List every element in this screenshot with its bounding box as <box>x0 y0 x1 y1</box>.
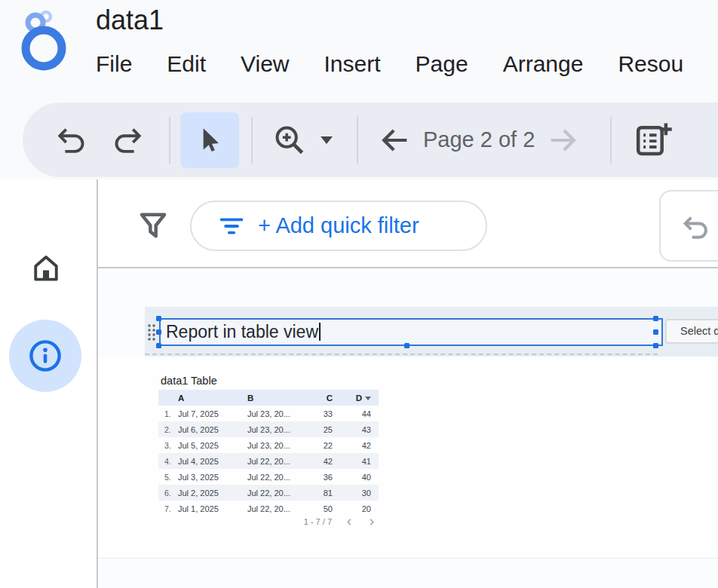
arrow-left-icon <box>378 123 413 158</box>
column-header-a[interactable]: A <box>178 394 247 403</box>
resize-handle-top-right[interactable] <box>653 316 658 321</box>
column-header-b[interactable]: B <box>247 394 323 403</box>
table-cell: 3. <box>158 441 178 450</box>
page-bottom-edge <box>98 558 718 559</box>
next-page-button[interactable] <box>545 123 580 158</box>
drag-dots-icon <box>146 323 157 342</box>
looker-studio-logo-icon[interactable] <box>20 9 72 75</box>
menu-item-insert[interactable]: Insert <box>324 51 381 77</box>
column-header-d[interactable]: D <box>350 394 379 403</box>
sort-caret-icon <box>365 397 371 400</box>
app-header: data1 FileEditViewInsertPageArrangeResou <box>0 0 718 180</box>
table-cell: 1. <box>158 409 178 418</box>
filter-lines-icon <box>217 212 246 240</box>
info-button[interactable] <box>9 320 81 392</box>
home-icon <box>29 250 63 286</box>
table-cell: 30 <box>350 488 379 498</box>
undo-button[interactable] <box>54 123 89 158</box>
report-canvas[interactable]: Report in table view Select dat data1 Ta… <box>98 268 718 588</box>
textbox-text: Report in table view <box>166 322 318 341</box>
quick-filter-bar: + Add quick filter R <box>98 179 718 268</box>
menu-item-resou[interactable]: Resou <box>618 51 683 77</box>
toolbar-divider <box>251 117 253 164</box>
pagination-range: 1 - 7 / 7 <box>304 517 332 526</box>
table-cell: 33 <box>323 409 350 418</box>
resize-handle-bottom-right[interactable] <box>653 343 658 348</box>
table-cell: Jul 2, 2025 <box>178 488 247 498</box>
menu-item-edit[interactable]: Edit <box>167 51 206 77</box>
toolbar: Page 2 of 2 <box>23 103 718 177</box>
table-cell: 36 <box>323 473 350 482</box>
menu-item-page[interactable]: Page <box>416 51 468 77</box>
redo-button[interactable] <box>110 123 145 158</box>
add-quick-filter-button[interactable]: + Add quick filter <box>190 201 487 251</box>
table-cell: Jul 23, 20... <box>247 441 323 450</box>
table-title: data1 Table <box>161 375 217 387</box>
layout-guide-line <box>145 354 658 355</box>
zoom-dropdown-button[interactable] <box>321 136 333 144</box>
reset-button[interactable]: R <box>659 190 718 262</box>
table-cell: 22 <box>323 441 350 450</box>
table-cell: 25 <box>323 425 350 434</box>
resize-handle-top-left[interactable] <box>156 316 161 321</box>
chevron-left-icon <box>345 518 354 526</box>
select-tool-button[interactable] <box>180 112 239 168</box>
table-pagination: 1 - 7 / 7 <box>158 517 379 526</box>
zoom-button[interactable] <box>272 123 307 158</box>
filter-funnel-icon <box>138 208 168 246</box>
menu-item-view[interactable]: View <box>241 51 289 77</box>
text-element-editor[interactable]: Report in table view <box>159 318 663 346</box>
table-cell: 5. <box>158 473 178 482</box>
table-cell: Jul 22, 20... <box>247 473 323 482</box>
data-table[interactable]: ABCD 1.Jul 7, 2025Jul 23, 20...33442.Jul… <box>158 390 379 516</box>
toolbar-divider <box>169 117 170 164</box>
drag-handle[interactable] <box>146 323 157 345</box>
chevron-down-icon <box>321 136 333 144</box>
chevron-right-icon <box>367 518 376 526</box>
redo-icon <box>110 123 145 158</box>
table-cell: Jul 7, 2025 <box>178 409 247 418</box>
select-data-button[interactable]: Select dat <box>665 319 718 344</box>
info-icon <box>27 338 63 374</box>
menu-item-file[interactable]: File <box>96 51 132 77</box>
table-cell: 7. <box>158 504 178 513</box>
table-cell: Jul 5, 2025 <box>178 441 247 450</box>
zoom-in-icon <box>272 123 307 158</box>
table-cell: 20 <box>350 504 379 513</box>
resize-handle-mid-right[interactable] <box>653 329 658 335</box>
add-page-button[interactable] <box>633 120 674 161</box>
table-cell: Jul 6, 2025 <box>178 425 247 434</box>
table-body: 1.Jul 7, 2025Jul 23, 20...33442.Jul 6, 2… <box>158 406 379 516</box>
column-header-c[interactable]: C <box>323 394 350 403</box>
table-cell: 81 <box>323 488 350 498</box>
resize-handle-mid-bottom[interactable] <box>404 343 410 348</box>
table-cell: 41 <box>350 457 379 466</box>
page-indicator: Page 2 of 2 <box>423 127 535 152</box>
home-button[interactable] <box>29 250 63 289</box>
previous-page-button[interactable] <box>378 123 413 158</box>
undo-icon <box>54 123 89 158</box>
table-row: 6.Jul 2, 2025Jul 22, 20...8130 <box>158 485 379 501</box>
pagination-prev-button[interactable] <box>345 518 354 526</box>
resize-handle-bottom-left[interactable] <box>156 343 161 348</box>
toolbar-divider <box>610 117 612 164</box>
table-row: 7.Jul 1, 2025Jul 22, 20...5020 <box>158 501 379 516</box>
table-cell: Jul 22, 20... <box>247 488 323 498</box>
table-cell: 6. <box>158 488 178 498</box>
table-cell: 44 <box>350 409 379 418</box>
report-title[interactable]: data1 <box>96 5 164 36</box>
add-quick-filter-label: + Add quick filter <box>258 213 419 238</box>
menu-item-arrange[interactable]: Arrange <box>503 51 584 77</box>
resize-handle-mid-left[interactable] <box>156 329 161 335</box>
table-cell: Jul 22, 20... <box>247 504 323 513</box>
table-cell: 40 <box>350 473 379 482</box>
add-page-icon <box>633 120 674 161</box>
table-header: ABCD <box>158 390 379 406</box>
menu-bar: FileEditViewInsertPageArrangeResou <box>96 51 683 77</box>
table-row: 2.Jul 6, 2025Jul 23, 20...2543 <box>158 421 379 437</box>
table-cell: 42 <box>323 457 350 466</box>
table-cell: Jul 1, 2025 <box>178 504 247 513</box>
table-row: 3.Jul 5, 2025Jul 23, 20...2242 <box>158 437 379 453</box>
pagination-next-button[interactable] <box>367 518 376 526</box>
table-cell: Jul 23, 20... <box>247 409 323 418</box>
